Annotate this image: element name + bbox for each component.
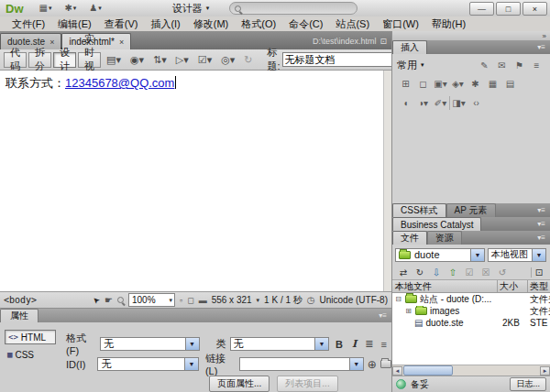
head-icon[interactable]: ◑▾ — [414, 96, 432, 110]
insert-div-icon[interactable]: ◻ — [414, 77, 432, 91]
scroll-right-icon[interactable]: ▸ — [540, 366, 550, 376]
format-select[interactable]: 无 ▼ — [100, 337, 200, 351]
comment-icon[interactable]: ◖ — [397, 96, 414, 110]
site-select[interactable]: duote ▼ — [395, 248, 485, 262]
close-icon[interactable]: × — [119, 38, 124, 47]
minimize-button[interactable]: — — [469, 2, 494, 16]
live-view-button[interactable]: 实时视图 — [78, 52, 101, 68]
named-anchor-icon[interactable]: ⚑ — [511, 59, 528, 72]
menu-commands[interactable]: 命令(C) — [282, 17, 329, 31]
close-icon[interactable]: × — [50, 38, 54, 47]
tab-properties[interactable]: 属性 — [0, 309, 38, 322]
insert-category-select[interactable]: 常用 ▾ — [397, 59, 424, 72]
point-to-file-icon[interactable]: ⊕ — [368, 359, 377, 370]
panel-menu-icon[interactable]: ▾≡ — [379, 311, 391, 322]
split-view-button[interactable]: 拆分 — [28, 52, 51, 68]
media-icon[interactable]: ◈▾ — [449, 77, 467, 91]
tree-row-duote-ste[interactable]: ▤ duote.ste 2KB STE 文件 — [392, 317, 550, 329]
ordered-list-icon[interactable]: ≡ — [379, 339, 388, 350]
menu-help[interactable]: 帮助(H) — [425, 17, 472, 31]
italic-button[interactable]: I — [349, 338, 359, 350]
image-icon[interactable]: ▣▾ — [432, 77, 449, 91]
canvas-vertical-scrollbar[interactable] — [383, 71, 391, 291]
tab-ap-elements[interactable]: AP 元素 — [446, 203, 496, 217]
ssi-icon[interactable]: ▤ — [501, 77, 519, 91]
html-mode-button[interactable]: <> HTML — [5, 330, 56, 344]
unordered-list-icon[interactable]: ≣ — [363, 338, 375, 350]
put-file-icon[interactable]: ⇧ — [446, 267, 460, 278]
panel-menu-icon[interactable]: ▾≡ — [537, 220, 550, 231]
tree-row-images[interactable]: ⊞ images 文件夹 — [392, 305, 550, 317]
get-file-icon[interactable]: ⇩ — [429, 267, 444, 278]
table-icon[interactable]: ⊞ — [397, 77, 414, 91]
tab-business-catalyst[interactable]: Business Catalyst — [392, 217, 481, 231]
window-size-value[interactable]: 556 x 321 — [212, 295, 252, 305]
design-view-button[interactable]: 设计 — [53, 52, 76, 68]
tab-index-html[interactable]: index.html* × — [61, 33, 131, 49]
panel-menu-icon[interactable]: ▾≡ — [537, 234, 550, 245]
email-link[interactable]: 12345678@QQ.com — [65, 76, 174, 90]
menu-format[interactable]: 格式(O) — [235, 17, 282, 31]
files-horizontal-scrollbar[interactable]: ◂ ▸ — [392, 365, 550, 376]
scroll-left-icon[interactable]: ◂ — [392, 366, 402, 376]
mobile-size-icon[interactable]: ▫ — [180, 296, 182, 305]
view-select[interactable]: 本地视图 ▼ — [488, 248, 546, 262]
preview-debug-icon[interactable]: ◉▾ — [130, 54, 144, 66]
tag-chooser-icon[interactable]: ‹› — [468, 96, 485, 110]
menu-file[interactable]: 文件(F) — [6, 17, 51, 31]
design-canvas[interactable]: 联系方式：12345678@QQ.com — [0, 71, 391, 291]
browse-folder-icon[interactable] — [380, 360, 391, 368]
multiscreen-icon[interactable]: ▤▾ — [106, 54, 121, 66]
page-properties-button[interactable]: 页面属性... — [209, 376, 270, 392]
menu-site[interactable]: 站点(S) — [329, 17, 376, 31]
script-icon[interactable]: ✐▾ — [432, 96, 449, 110]
menu-window[interactable]: 窗口(W) — [376, 17, 425, 31]
widget-icon[interactable]: ✱ — [467, 77, 484, 91]
code-view-button[interactable]: 代码 — [4, 52, 27, 68]
collapse-to-icons-icon[interactable]: » — [543, 32, 546, 40]
restore-layout-icon[interactable]: ⊡ — [380, 37, 387, 46]
connect-icon[interactable]: ⇄ — [396, 267, 411, 278]
hand-tool-icon[interactable]: ☛ — [104, 296, 113, 305]
extend-manage-icon[interactable]: ✱ ▾ — [64, 4, 76, 13]
panel-menu-icon[interactable]: ▾≡ — [537, 206, 550, 217]
refresh-icon[interactable]: ↻ — [412, 267, 427, 278]
scrollbar-thumb[interactable] — [403, 365, 453, 376]
site-menu-icon[interactable]: ♟ ▾ — [89, 4, 101, 13]
menu-insert[interactable]: 插入(I) — [144, 17, 186, 31]
document-title-input[interactable] — [282, 52, 396, 67]
email-link-icon[interactable]: ✉ — [493, 59, 511, 72]
id-select[interactable]: 无 ▼ — [97, 357, 198, 371]
hyperlink-icon[interactable]: ✎ — [476, 59, 493, 72]
tab-files[interactable]: 文件 — [392, 231, 427, 245]
css-mode-button[interactable]: ▦ CSS — [5, 347, 56, 362]
sync-icon[interactable]: ↺ — [495, 267, 510, 278]
menu-edit[interactable]: 编辑(E) — [51, 17, 98, 31]
desktop-size-icon[interactable]: ▬ — [199, 296, 207, 305]
template-icon[interactable]: ◨▾ — [449, 96, 468, 110]
collapse-node-icon[interactable]: ⊟ — [394, 295, 402, 303]
visual-aids-icon[interactable]: ◎▾ — [221, 54, 235, 66]
tab-insert[interactable]: 插入 — [392, 40, 427, 54]
close-button[interactable]: × — [522, 2, 547, 16]
zoom-level-select[interactable]: 100% ▾ — [128, 293, 175, 307]
layout-switcher-icon[interactable]: ▦ ▾ — [39, 4, 52, 13]
select-tool-icon[interactable]: ➤ — [91, 294, 102, 305]
maximize-button[interactable]: □ — [496, 2, 521, 16]
files-column-headers[interactable]: 本地文件 大小 类型 — [392, 280, 550, 293]
tag-selector-body[interactable]: <body> — [4, 295, 37, 305]
tab-css-styles[interactable]: CSS样式 — [392, 203, 446, 217]
preview-browser-icon[interactable]: ▷▾ — [176, 54, 189, 66]
tab-assets[interactable]: 资源 — [427, 231, 462, 245]
tree-row-site[interactable]: ⊟ 站点 - duote (D:... 文件夹 — [392, 293, 550, 305]
link-combo[interactable]: ▼ — [239, 357, 364, 371]
class-select[interactable]: 无 ▼ — [230, 337, 330, 351]
search-input[interactable] — [229, 2, 358, 15]
file-management-icon[interactable]: ⇅▾ — [153, 54, 167, 66]
panel-menu-icon[interactable]: ▾≡ — [537, 43, 550, 54]
log-button[interactable]: 日志... — [510, 377, 546, 391]
expand-node-icon[interactable]: ⊞ — [404, 307, 412, 315]
workspace-switcher[interactable]: 设计器 ▾ — [172, 2, 210, 16]
check-compat-icon[interactable]: ☑▾ — [198, 54, 212, 66]
zoom-tool-icon[interactable] — [117, 297, 124, 303]
